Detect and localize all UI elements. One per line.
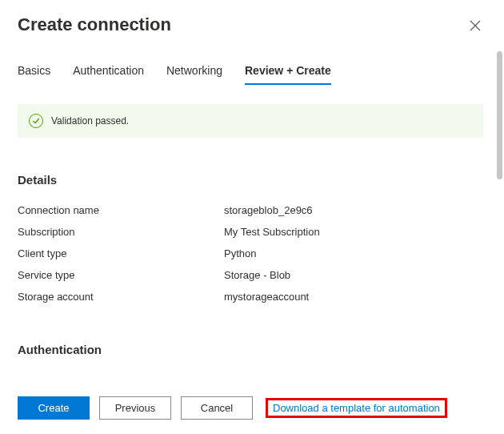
validation-message: Validation passed. xyxy=(51,115,129,127)
previous-button[interactable]: Previous xyxy=(99,396,171,420)
download-template-link[interactable]: Download a template for automation xyxy=(273,402,440,414)
detail-label: Connection name xyxy=(18,204,224,216)
scrollbar-thumb[interactable] xyxy=(497,51,502,179)
detail-row-storage-account: Storage account mystorageaccount xyxy=(18,286,483,307)
panel-title: Create connection xyxy=(18,14,171,35)
close-button[interactable] xyxy=(464,14,486,37)
detail-value: Storage - Blob xyxy=(224,269,290,281)
details-section-title: Details xyxy=(18,173,483,187)
panel-header: Create connection xyxy=(18,14,486,37)
detail-row-subscription: Subscription My Test Subscription xyxy=(18,221,483,243)
create-button[interactable]: Create xyxy=(18,396,90,420)
detail-value: Python xyxy=(224,247,256,259)
tab-networking[interactable]: Networking xyxy=(166,64,222,85)
cancel-button[interactable]: Cancel xyxy=(181,396,253,420)
authentication-section-title: Authentication xyxy=(18,343,483,356)
tab-review-create[interactable]: Review + Create xyxy=(245,64,331,85)
detail-label: Storage account xyxy=(18,291,224,303)
highlight-annotation: Download a template for automation xyxy=(266,398,447,418)
detail-value: mystorageaccount xyxy=(224,291,309,303)
create-connection-panel: Create connection Basics Authentication … xyxy=(0,0,504,434)
validation-banner: Validation passed. xyxy=(18,104,483,138)
detail-label: Client type xyxy=(18,247,224,259)
detail-row-client-type: Client type Python xyxy=(18,243,483,264)
detail-value: storageblob_2e9c6 xyxy=(224,204,313,216)
tab-basics[interactable]: Basics xyxy=(18,64,50,85)
tab-authentication[interactable]: Authentication xyxy=(73,64,144,85)
detail-value: My Test Subscription xyxy=(224,226,320,238)
vertical-scrollbar[interactable] xyxy=(497,51,502,378)
detail-row-service-type: Service type Storage - Blob xyxy=(18,264,483,286)
panel-body[interactable]: Validation passed. Details Connection na… xyxy=(18,104,486,385)
close-icon xyxy=(470,20,481,31)
wizard-tabs: Basics Authentication Networking Review … xyxy=(18,64,486,85)
success-check-icon xyxy=(29,114,43,128)
detail-label: Service type xyxy=(18,269,224,281)
detail-row-connection-name: Connection name storageblob_2e9c6 xyxy=(18,199,483,221)
panel-footer: Create Previous Cancel Download a templa… xyxy=(18,385,486,434)
detail-label: Subscription xyxy=(18,226,224,238)
